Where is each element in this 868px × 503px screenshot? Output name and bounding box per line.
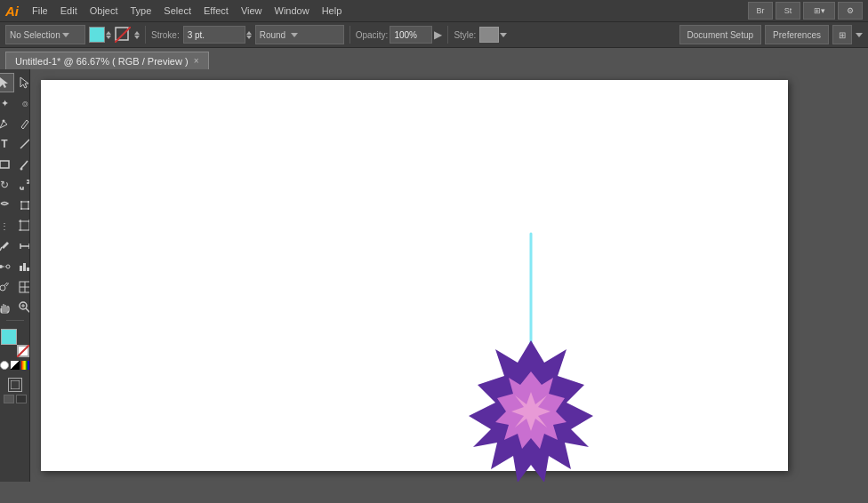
opacity-value[interactable]: 100% [390, 26, 432, 44]
warp-row [0, 196, 30, 215]
options-bar: No Selection Stroke: [0, 21, 868, 48]
svg-rect-25 [20, 266, 22, 271]
svg-point-22 [0, 265, 3, 268]
warp-tool[interactable] [0, 196, 14, 215]
rotate-tool[interactable]: ↻ [0, 175, 14, 195]
hand-zoom-row [0, 298, 30, 317]
svg-point-23 [6, 265, 10, 268]
rotate-row: ↻ [0, 175, 30, 195]
magic-lasso-row: ✦ ⌾ [0, 93, 30, 113]
eyedropper-tool[interactable] [0, 236, 14, 256]
selection-tool[interactable] [0, 73, 14, 92]
fill-swatch[interactable] [89, 27, 105, 43]
opacity-expand[interactable]: ▶ [434, 28, 442, 41]
slice-tool[interactable] [15, 277, 30, 297]
svg-rect-13 [20, 221, 29, 230]
fill-stroke-swatches [1, 329, 29, 357]
zoom-tool[interactable] [15, 298, 30, 317]
menu-type[interactable]: Type [125, 4, 158, 18]
stroke-color-box[interactable] [17, 345, 29, 357]
blend-tool[interactable] [0, 257, 14, 276]
stroke-weight-arrows[interactable] [246, 31, 252, 39]
type-tool[interactable]: T [0, 134, 14, 154]
arrange-icon[interactable]: ⊞ [832, 25, 852, 44]
arrange-dropdown[interactable] [856, 33, 863, 37]
scale-tool[interactable] [15, 175, 30, 195]
menu-view[interactable]: View [235, 4, 269, 18]
menu-edit[interactable]: Edit [54, 4, 84, 18]
stroke-arrows[interactable] [134, 31, 140, 39]
doc-tab-title: Untitled-1* @ 66.67% ( RGB / Preview ) [15, 56, 189, 67]
symbol-sprayer-tool[interactable] [0, 277, 14, 297]
color-mode-icons [0, 361, 30, 370]
fill-color-box[interactable] [1, 329, 17, 345]
hand-tool[interactable] [0, 298, 14, 317]
measure-tool[interactable] [15, 236, 30, 256]
menu-select[interactable]: Select [157, 4, 197, 18]
document-tab[interactable]: Untitled-1* @ 66.67% ( RGB / Preview ) × [5, 52, 209, 69]
bridge-btn[interactable]: Br [748, 2, 773, 20]
svg-rect-26 [23, 263, 26, 271]
selection-tool-row [0, 73, 30, 92]
style-dropdown-arrow[interactable] [500, 33, 507, 37]
draw-mode-icon[interactable] [8, 378, 22, 392]
svg-line-18 [0, 247, 2, 251]
direct-selection-tool[interactable] [15, 73, 30, 92]
rect-tool[interactable] [0, 155, 14, 174]
line-tool[interactable] [15, 134, 30, 154]
style-label: Style: [454, 30, 476, 40]
menu-window[interactable]: Window [269, 4, 316, 18]
svg-rect-37 [11, 380, 20, 389]
svg-rect-0 [116, 28, 128, 40]
menu-effect[interactable]: Effect [197, 4, 235, 18]
artboard-tool[interactable] [15, 216, 30, 236]
eyedropper-row [0, 236, 30, 256]
none-color-icon[interactable] [0, 361, 9, 370]
magic-wand-tool[interactable]: ✦ [0, 93, 14, 113]
settings-btn[interactable]: ⚙ [838, 2, 863, 20]
color-area [0, 325, 30, 373]
svg-rect-6 [0, 161, 9, 168]
app-logo: Ai [5, 4, 19, 19]
swap-colors-icon[interactable] [21, 361, 30, 370]
preferences-button[interactable]: Preferences [765, 25, 829, 44]
style-swatch[interactable] [479, 27, 499, 43]
menu-help[interactable]: Help [316, 4, 349, 18]
stroke-swatch[interactable] [115, 27, 131, 43]
symbol-row [0, 277, 30, 297]
svg-marker-3 [20, 77, 28, 88]
free-transform-tool[interactable] [15, 196, 30, 215]
svg-point-9 [20, 201, 22, 203]
svg-point-12 [28, 208, 29, 210]
fill-arrows[interactable] [106, 31, 111, 39]
svg-point-28 [0, 285, 5, 291]
stock-btn[interactable]: St [776, 2, 800, 20]
menu-file[interactable]: File [26, 4, 54, 18]
view-icons [8, 378, 22, 392]
stroke-type-label: Round [260, 30, 285, 40]
artwork-svg [30, 69, 868, 482]
default-colors-icon[interactable] [11, 361, 20, 370]
pencil-tool[interactable] [15, 114, 30, 133]
pen-tool[interactable] [0, 114, 14, 133]
canvas-area[interactable] [30, 69, 868, 482]
selection-indicator[interactable]: No Selection [5, 25, 85, 44]
svg-point-4 [3, 120, 5, 123]
puppet-tool[interactable]: ⋮ [0, 216, 14, 236]
workspace-btn[interactable]: ⊞▾ [803, 2, 835, 20]
tab-close-button[interactable]: × [194, 56, 199, 66]
full-screen-icon[interactable] [16, 395, 27, 403]
column-graph-tool[interactable] [15, 257, 30, 276]
document-setup-button[interactable]: Document Setup [679, 25, 762, 44]
paintbrush-tool[interactable] [15, 155, 30, 174]
stroke-weight-field[interactable]: 3 pt. [183, 26, 245, 44]
app-menubar: Ai File Edit Object Type Select Effect V… [0, 0, 868, 21]
puppet-row: ⋮ [0, 216, 30, 236]
normal-screen-icon[interactable] [4, 395, 14, 403]
no-selection-label: No Selection [10, 30, 60, 40]
pen-row [0, 114, 30, 133]
menu-object[interactable]: Object [84, 4, 125, 18]
lasso-tool[interactable]: ⌾ [15, 93, 30, 113]
svg-rect-8 [21, 202, 28, 209]
stroke-type-dropdown[interactable]: Round [255, 25, 344, 44]
